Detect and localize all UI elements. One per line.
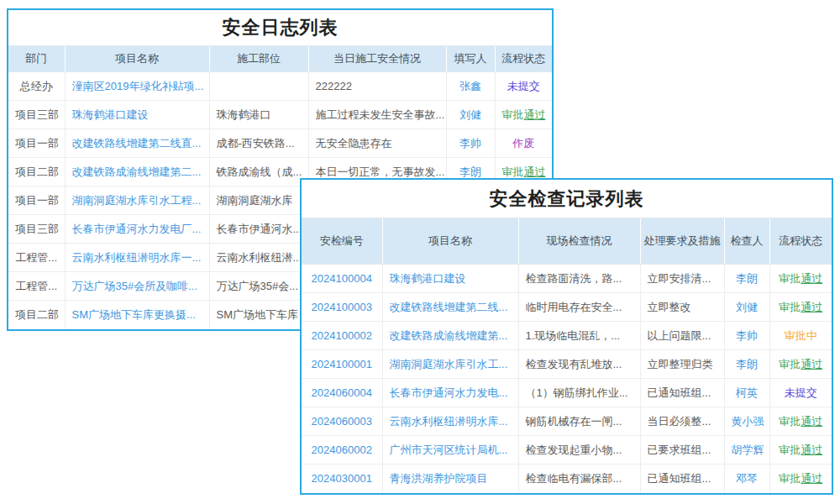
writer-link[interactable]: 张鑫 [459, 80, 481, 92]
project-link[interactable]: 长春市伊通河水力发电厂... [72, 223, 202, 235]
flow-status-text: 审批通过 [779, 444, 822, 456]
id-link[interactable]: 2024100002 [312, 329, 372, 342]
table-row: 2024060004长春市伊通河水力发电...（1）钢筋绑扎作业...已通知班组… [302, 379, 832, 407]
cell-project: 改建铁路成渝线增建第... [382, 322, 518, 350]
cell-inspection: 临时用电存在安全... [518, 293, 640, 322]
project-link[interactable]: 云南水利枢纽潜明水库... [390, 415, 508, 428]
cell-location [209, 72, 308, 101]
column-header-project: 项目名称 [382, 218, 518, 265]
cell-project: 云南水利枢纽潜明水库一... [65, 244, 209, 272]
cell-dept: 项目三部 [8, 215, 65, 244]
cell-id: 2024030001 [302, 465, 382, 493]
table-row: 2024060002广州市天河区统计局机...检查发现起重小物...已要求班组.… [302, 436, 832, 465]
cell-flow: 审批中 [769, 322, 832, 350]
column-header-dept: 部门 [8, 46, 65, 72]
cell-flow: 作废 [495, 129, 552, 158]
cell-location: 长春市伊通河水... [209, 215, 308, 244]
cell-id: 2024060003 [302, 407, 382, 436]
column-header-id: 安检编号 [302, 218, 382, 265]
cell-dept: 工程管... [8, 272, 65, 301]
cell-flow: 审批通过 [769, 350, 832, 379]
cell-inspection: （1）钢筋绑扎作业... [518, 379, 640, 407]
table-row: 项目一部改建铁路线增建第二线直...成都-西安铁路...无安全隐患存在李帅作废 [8, 129, 552, 158]
cell-writer: 刘健 [446, 101, 495, 129]
cell-measures: 以上问题限... [640, 322, 724, 350]
project-link[interactable]: 云南水利枢纽潜明水库一... [72, 251, 202, 264]
column-header-inspection: 现场检查情况 [518, 218, 640, 265]
flow-status-text: 审批通过 [779, 472, 822, 485]
id-link[interactable]: 2024100001 [312, 358, 372, 370]
cell-project: 珠海鹤港口建设 [382, 265, 518, 293]
inspector-link[interactable]: 李朗 [736, 272, 758, 285]
inspector-link[interactable]: 黄小强 [732, 415, 764, 428]
cell-project: 湖南洞庭湖水库引水工程... [65, 186, 209, 215]
flow-status-text: 审批通过 [502, 165, 546, 178]
column-header-project: 项目名称 [65, 46, 209, 72]
project-link[interactable]: 湖南洞庭湖水库引水工... [390, 358, 508, 370]
inspection-record-panel: 安全检查记录列表 安检编号项目名称现场检查情况处理要求及措施检查人流程状态 20… [300, 178, 833, 495]
writer-link[interactable]: 刘健 [459, 108, 481, 121]
cell-inspection: 1.现场临电混乱，... [518, 322, 640, 350]
inspector-link[interactable]: 刘健 [736, 301, 758, 313]
cell-inspection: 钢筋机械存在一闸... [518, 407, 640, 436]
id-link[interactable]: 2024060004 [312, 386, 372, 399]
project-link[interactable]: 广州市天河区统计局机... [390, 444, 508, 456]
table-row: 总经办潼南区2019年绿化补贴项...222222张鑫未提交 [8, 72, 552, 101]
cell-flow: 审批通过 [769, 436, 832, 465]
inspector-link[interactable]: 柯英 [736, 386, 758, 399]
cell-flow: 审批通过 [769, 465, 832, 493]
cell-location: 铁路成渝线（成... [209, 158, 308, 186]
cell-flow: 未提交 [769, 379, 832, 407]
column-header-flow: 流程状态 [495, 46, 552, 72]
writer-link[interactable]: 李帅 [459, 137, 481, 150]
cell-note: 施工过程未发生安全事故... [308, 101, 446, 129]
project-link[interactable]: 改建铁路成渝线增建第二... [72, 165, 202, 178]
inspector-link[interactable]: 胡学辉 [732, 444, 764, 456]
id-link[interactable]: 2024060002 [312, 444, 372, 456]
cell-location: 万达广场35#会... [209, 272, 308, 301]
project-link[interactable]: 改建铁路线增建第二线... [390, 301, 508, 313]
cell-inspection: 检查发现起重小物... [518, 436, 640, 465]
column-header-measures: 处理要求及措施 [640, 218, 724, 265]
cell-measures: 已通知班组... [640, 379, 724, 407]
id-link[interactable]: 2024100004 [312, 272, 372, 285]
cell-writer: 张鑫 [446, 72, 495, 101]
project-link[interactable]: 青海洪湖养护院项目 [390, 472, 488, 485]
project-link[interactable]: 长春市伊通河水力发电... [390, 386, 508, 399]
inspector-link[interactable]: 李朗 [736, 358, 758, 370]
id-link[interactable]: 2024030001 [312, 472, 372, 485]
cell-project: 潼南区2019年绿化补贴项... [65, 72, 209, 101]
column-header-writer: 填写人 [446, 46, 495, 72]
inspector-link[interactable]: 李帅 [736, 329, 758, 342]
cell-inspector: 李帅 [724, 322, 769, 350]
project-link[interactable]: SM广场地下车库更换摄... [72, 308, 196, 321]
cell-inspector: 李朗 [724, 350, 769, 379]
cell-project: 长春市伊通河水力发电... [382, 379, 518, 407]
cell-inspector: 刘健 [724, 293, 769, 322]
id-link[interactable]: 2024060003 [312, 415, 372, 428]
cell-inspector: 邓琴 [724, 465, 769, 493]
id-link[interactable]: 2024100003 [312, 301, 372, 313]
cell-project: 珠海鹤港口建设 [65, 101, 209, 129]
cell-project: SM广场地下车库更换摄... [65, 301, 209, 329]
table-row: 2024100003改建铁路线增建第二线...临时用电存在安全...立即整改刘健… [302, 293, 832, 322]
table-row: 2024100002改建铁路成渝线增建第...1.现场临电混乱，...以上问题限… [302, 322, 832, 350]
project-link[interactable]: 改建铁路线增建第二线直... [72, 137, 202, 150]
project-link[interactable]: 潼南区2019年绿化补贴项... [72, 80, 204, 92]
project-link[interactable]: 珠海鹤港口建设 [390, 272, 466, 285]
flow-status-text: 未提交 [785, 386, 817, 399]
inspector-link[interactable]: 邓琴 [736, 472, 758, 485]
project-link[interactable]: 改建铁路成渝线增建第... [390, 329, 508, 342]
table-row: 2024100001湖南洞庭湖水库引水工...检查发现有乱堆放...立即整理归类… [302, 350, 832, 379]
cell-location: 成都-西安铁路... [209, 129, 308, 158]
cell-dept: 项目二部 [8, 301, 65, 329]
project-link[interactable]: 珠海鹤港口建设 [72, 108, 149, 121]
cell-inspector: 胡学辉 [724, 436, 769, 465]
inspection-header-row: 安检编号项目名称现场检查情况处理要求及措施检查人流程状态 [302, 218, 832, 265]
cell-dept: 总经办 [8, 72, 65, 101]
project-link[interactable]: 湖南洞庭湖水库引水工程... [72, 194, 202, 207]
writer-link[interactable]: 李朗 [459, 165, 481, 178]
cell-measures: 当日必须整... [640, 407, 724, 436]
project-link[interactable]: 万达广场35#会所及咖啡... [72, 280, 198, 292]
cell-dept: 项目一部 [8, 186, 65, 215]
